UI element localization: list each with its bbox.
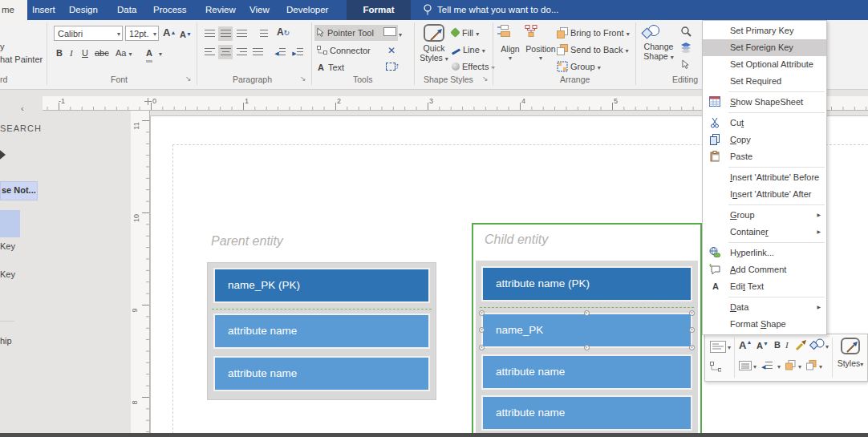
selection-handle[interactable]: × [689,327,695,333]
tab-developer[interactable]: Developer [286,0,328,20]
child-attribute-row[interactable]: attribute name [481,395,692,431]
align-bottom-button[interactable] [234,26,249,41]
parent-entity-title[interactable]: Parent entity [211,234,283,249]
bold-button[interactable]: B [56,46,63,60]
font-family-combobox[interactable]: Calibri▾ [54,26,123,41]
tab-format[interactable]: Format [347,0,411,20]
font-color-button[interactable]: A [146,46,152,63]
group-button[interactable]: Group ▾ [557,59,601,75]
rectangle-tool-button[interactable]: ▾ [383,26,402,42]
italic-button[interactable]: I [785,340,789,350]
position-button[interactable]: Position▾ [525,25,557,63]
child-attribute-row[interactable]: attribute name [481,354,692,390]
change-case-button[interactable]: Aa ▾ [116,46,132,62]
find-button[interactable] [680,26,695,40]
indent-list-icon[interactable]: ◀ [761,361,773,370]
menu-item-set-optional-attribute[interactable]: Set Optional Attribute [703,56,826,73]
selection-handle[interactable]: × [584,310,590,316]
selected-shape-thumbnail-partial[interactable] [0,210,20,237]
tab-view[interactable]: View [249,0,270,20]
font-dialog-launcher[interactable]: ↘ [185,75,192,83]
format-painter-brush-icon[interactable] [795,340,807,351]
increase-indent-button[interactable]: ▶ [290,45,305,59]
selection-handle[interactable]: × [479,327,485,333]
shape-item-relationship-partial[interactable]: hip [0,336,12,346]
select-button[interactable] [682,59,696,74]
styles-button[interactable]: Styles▾ [836,338,865,368]
change-shape-button[interactable]: Change Shape ▾ [640,24,677,63]
selection-handle[interactable]: × [689,345,695,350]
parent-attribute-row-pk[interactable]: name_PK (PK) [213,268,430,303]
menu-item-hyperlink[interactable]: Hyperlink... [703,245,826,261]
parent-attribute-row[interactable]: attribute name [213,314,430,349]
send-to-back-icon[interactable] [806,360,817,370]
selection-handle[interactable]: × [479,345,485,350]
bullets-button[interactable] [257,26,271,41]
decrease-indent-button[interactable]: ◀ [273,45,287,59]
menu-item-show-shapesheet[interactable]: Show ShapeSheet [703,94,826,111]
menu-item-set-primary-key[interactable]: Set Primary Key [703,22,826,39]
menu-item-add-comment[interactable]: Add Comment [703,261,826,278]
menu-item-edit-text[interactable]: A Edit Text [703,278,826,295]
menu-item-container[interactable]: Container [703,224,826,241]
strikethrough-button[interactable]: abc [95,46,109,60]
align-right-button[interactable] [234,45,249,59]
child-entity-attributes-container[interactable]: attribute name (PK) name_PK × × × × × × … [476,261,698,435]
fill-button[interactable]: Fill ▾ [452,26,479,42]
rotate-text-button[interactable]: A↻ [276,25,290,39]
line-button[interactable]: Line ▾ [452,42,485,59]
font-size-combobox[interactable]: 12pt.▾ [125,26,159,41]
chevron-down-icon[interactable]: ▾ [153,26,156,42]
align-top-button[interactable] [202,26,217,41]
shape-item-key2-partial[interactable]: Key [0,269,15,279]
grow-font-button[interactable]: A▲ [739,339,752,351]
shape-item-key-partial[interactable]: Key [0,241,15,251]
child-attribute-row-selected[interactable]: name_PK × × × × × × × × [481,313,692,348]
menu-item-set-foreign-key[interactable]: Set Foreign Key [703,39,826,56]
menu-item-insert-attribute-after[interactable]: Insert 'Attribute' After [703,186,826,203]
tab-review[interactable]: Review [205,0,236,20]
change-shape-icon[interactable] [809,338,825,352]
delete-x-button[interactable]: ✕ [387,43,395,58]
align-left-button[interactable] [202,45,217,59]
panel-collapse-chevron-icon[interactable]: ‹ [21,103,24,113]
vertical-ruler[interactable]: 11 10 9 8 [131,111,150,437]
menu-item-group[interactable]: Group [703,207,826,224]
tab-home-partial[interactable]: me [0,0,27,20]
parent-entity-shape[interactable]: name_PK (PK) attribute name attribute na… [207,262,436,400]
underline-button[interactable]: U [82,46,88,60]
bold-button[interactable]: B [774,340,781,350]
bring-to-front-icon[interactable] [785,360,796,370]
menu-item-data[interactable]: Data [703,299,826,316]
tab-data[interactable]: Data [117,0,136,20]
shape-styles-dialog-launcher[interactable]: ↘ [482,75,489,83]
tab-insert[interactable]: Insert [32,0,55,20]
shapes-search-label-partial[interactable]: SEARCH [0,123,42,133]
chevron-down-icon[interactable]: ▾ [117,26,120,42]
align-middle-button[interactable] [218,26,233,41]
child-attribute-row-pk[interactable]: attribute name (PK) [481,266,692,301]
grow-font-button[interactable]: A▲ [163,26,176,40]
stencil-tab-database-notation-partial[interactable]: se Not... [0,181,38,200]
menu-item-set-required[interactable]: Set Required [703,73,826,90]
menu-item-copy[interactable]: Copy [703,132,826,148]
selection-handle[interactable]: × [479,310,485,316]
menu-item-insert-attribute-before[interactable]: Insert 'Attribute' Before [703,169,826,186]
paragraph-dialog-launcher[interactable]: ↘ [300,75,306,83]
layers-button[interactable] [680,42,695,57]
shrink-font-button[interactable]: A▼ [756,341,769,350]
justify-button[interactable] [250,45,265,59]
connection-point-tool-button[interactable]: ⤴ [386,60,399,75]
quick-styles-button[interactable]: Quick Styles ▾ [417,24,451,64]
bring-to-front-button[interactable]: Bring to Front ▾ [557,26,630,42]
align-button[interactable]: Align▾ [497,25,523,63]
chevron-down-icon[interactable]: ▾ [159,47,162,62]
text-tool-button[interactable]: AText [314,59,344,75]
child-entity-title[interactable]: Child entity [485,233,548,247]
shrink-font-button[interactable]: A▼ [180,27,192,42]
selection-handle[interactable]: × [584,345,590,350]
tab-design[interactable]: Design [69,0,98,20]
parent-attribute-row[interactable]: attribute name [213,356,430,391]
connector-tool-button[interactable]: Connector [314,42,371,59]
selection-handle[interactable]: × [689,310,695,316]
